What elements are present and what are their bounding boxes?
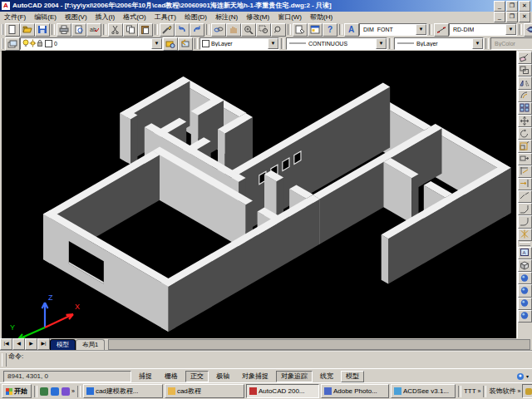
menu-item-0[interactable]: 文件(F) <box>0 12 30 22</box>
taskbar-toolbar-chevron[interactable]: » <box>517 388 520 394</box>
orbit-button[interactable] <box>524 23 532 37</box>
lineweight-combo-dropdown-arrow[interactable]: ▼ <box>472 38 483 49</box>
status-toggle-线宽[interactable]: 线宽 <box>315 371 338 382</box>
menu-item-2[interactable]: 视图(V) <box>61 12 91 22</box>
tab-nav-prev-button[interactable]: ◀ <box>12 338 25 350</box>
drawing-canvas[interactable]: ZXY <box>2 51 516 338</box>
doc-minimize-button[interactable]: _ <box>494 12 505 22</box>
plot-button[interactable] <box>57 23 71 37</box>
restore-button[interactable]: ❐ <box>506 1 518 12</box>
toolbar-grip[interactable] <box>2 38 3 49</box>
color-combo-dropdown-arrow[interactable]: ▼ <box>268 38 278 49</box>
color-combo[interactable]: ByLayer▼ <box>200 37 279 50</box>
text-style-button[interactable]: A <box>344 23 359 37</box>
explode-button[interactable] <box>518 229 532 241</box>
menu-item-6[interactable]: 绘图(D) <box>180 12 211 22</box>
linetype-combo-dropdown-arrow[interactable]: ▼ <box>376 38 387 49</box>
menu-item-7[interactable]: 标注(N) <box>211 12 242 22</box>
quick-launch-icon-0[interactable] <box>40 387 48 396</box>
status-toggle-对象捕捉[interactable]: 对象捕捉 <box>237 371 273 382</box>
taskbar-toolbar-chevron[interactable]: » <box>478 388 481 394</box>
dim-style-combo[interactable]: RD-DIM▼ <box>449 23 517 36</box>
shade-sphere-button[interactable] <box>518 310 532 323</box>
layers-button[interactable] <box>5 37 20 51</box>
menu-item-9[interactable]: 窗口(W) <box>273 12 306 22</box>
menu-item-4[interactable]: 格式(O) <box>119 12 150 22</box>
layer-freeze-icon[interactable] <box>29 39 37 48</box>
status-toggle-极轴[interactable]: 极轴 <box>211 371 234 382</box>
status-toggle-正交[interactable]: 正交 <box>185 371 209 382</box>
quick-launch-icon-2[interactable] <box>62 387 70 396</box>
status-toggle-栅格[interactable]: 栅格 <box>160 371 183 382</box>
pan-button[interactable] <box>226 23 241 37</box>
status-toggle-捕捉[interactable]: 捕捉 <box>134 371 157 382</box>
save-button[interactable] <box>35 23 50 37</box>
doc-close-button[interactable]: ✕ <box>519 12 530 22</box>
taskbar-task-3[interactable]: Adobe Photo... <box>321 384 389 398</box>
cut-button[interactable] <box>108 23 123 37</box>
print-preview-button[interactable] <box>71 23 86 37</box>
close-button[interactable]: ✕ <box>519 1 530 12</box>
open-folder-button[interactable] <box>20 23 35 37</box>
zoom-previous-button[interactable] <box>271 23 286 37</box>
taskbar-task-2[interactable]: AutoCAD 200... <box>246 384 319 398</box>
taskbar-task-0[interactable]: cad建模教程... <box>83 384 163 398</box>
hyperlink-button[interactable] <box>211 23 226 37</box>
taskbar-task-1[interactable]: cad教程 <box>165 384 244 398</box>
toolbar-grip[interactable] <box>2 24 3 35</box>
undo-button[interactable] <box>175 23 190 37</box>
start-button[interactable]: 开始 <box>2 384 32 398</box>
properties-button[interactable] <box>293 23 308 37</box>
zoom-window-button[interactable] <box>256 23 271 37</box>
command-prompt[interactable]: 命令: <box>8 352 23 361</box>
status-toggle-模型[interactable]: 模型 <box>341 371 364 382</box>
spelling-button[interactable]: ab <box>86 23 101 37</box>
status-toggle-对象追踪[interactable]: 对象追踪 <box>276 371 313 382</box>
linetype-combo[interactable]: CONTINUOUS▼ <box>286 37 387 50</box>
new-file-button[interactable] <box>5 23 20 37</box>
command-window[interactable]: 命令: <box>0 350 532 370</box>
svg-text:ab: ab <box>90 27 96 32</box>
quick-launch-overflow-chevron[interactable]: » <box>71 388 75 394</box>
doc-restore-button[interactable]: ❐ <box>506 12 518 22</box>
menu-item-10[interactable]: 帮助(H) <box>306 12 337 22</box>
tab-nav-next-button[interactable]: ▶ <box>25 338 37 350</box>
lineweight-combo[interactable]: ByLayer▼ <box>394 37 484 50</box>
status-tray-arrow[interactable]: ▾ <box>526 373 529 379</box>
tray-icon-0[interactable] <box>525 388 532 395</box>
tab-model[interactable]: 模型 <box>50 339 76 350</box>
minimize-button[interactable]: _ <box>494 1 505 12</box>
menu-item-3[interactable]: 插入(I) <box>91 12 120 22</box>
menu-item-5[interactable]: 工具(T) <box>150 12 180 22</box>
communication-center-icon[interactable] <box>516 372 525 381</box>
redo-button[interactable] <box>190 23 204 37</box>
layer-previous-button[interactable] <box>178 37 193 51</box>
horizontal-scrollbar[interactable] <box>108 339 530 350</box>
taskbar-task-4[interactable]: ACDSee v3.1... <box>391 384 456 398</box>
menu-item-8[interactable]: 修改(M) <box>242 12 273 22</box>
layer-states-button[interactable] <box>163 37 178 51</box>
tab-nav-first-button[interactable]: |◀ <box>0 338 12 350</box>
match-properties-button[interactable] <box>160 23 175 37</box>
menu-item-1[interactable]: 编辑(E) <box>30 12 61 22</box>
layer-on-icon[interactable] <box>22 39 29 48</box>
layer-combo[interactable]: 0▼ <box>20 37 163 50</box>
plot-style-combo[interactable]: ByColor▼ <box>490 37 532 50</box>
quick-launch-icon-1[interactable] <box>51 387 59 396</box>
tab-nav-last-button[interactable]: ▶| <box>37 338 50 350</box>
copy-button[interactable] <box>123 23 138 37</box>
dim-style-button[interactable] <box>434 23 449 37</box>
tab-layout1[interactable]: 布局1 <box>76 339 105 350</box>
taskbar-toolbar-1[interactable]: 装饰软件 <box>489 387 515 396</box>
command-window-grip[interactable] <box>2 353 7 367</box>
taskbar-toolbar-0[interactable]: TTT <box>464 387 476 395</box>
help-button[interactable]: ? <box>323 23 337 37</box>
paste-button[interactable] <box>138 23 153 37</box>
layer-combo-dropdown-arrow[interactable]: ▼ <box>151 38 162 49</box>
zoom-realtime-button[interactable] <box>241 23 256 37</box>
dim-style-combo-dropdown-arrow[interactable]: ▼ <box>505 24 516 35</box>
text-style-combo-dropdown-arrow[interactable]: ▼ <box>416 24 426 35</box>
designcenter-button[interactable] <box>308 23 323 37</box>
text-style-combo[interactable]: DIM_FONT▼ <box>359 23 427 36</box>
layer-lock-icon[interactable] <box>37 39 43 48</box>
